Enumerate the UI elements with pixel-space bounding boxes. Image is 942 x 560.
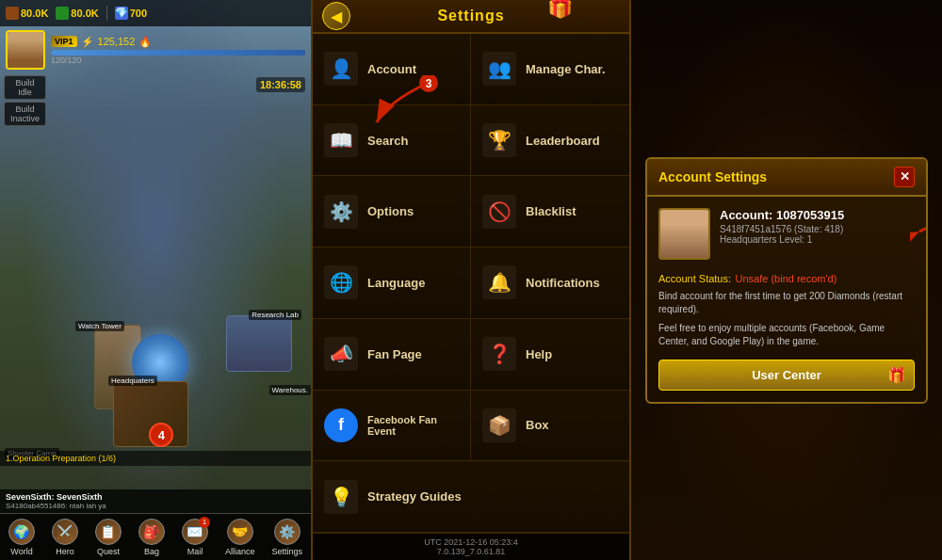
build-idle-btn[interactable]: BuildIdle — [4, 75, 46, 100]
settings-icon: ⚙️ — [274, 519, 300, 545]
quest-bar: 1.Operation Preparation (1/6) — [0, 451, 311, 466]
settings-help[interactable]: ❓ Help — [471, 319, 629, 391]
diamond-amount: 700 — [130, 8, 147, 19]
account-number-label: Account: — [720, 208, 776, 222]
hq-label: Headquaters — [108, 376, 157, 386]
strategy-label: Strategy Guides — [367, 489, 462, 504]
footer-version: 7.0.139_7.0.61.81 — [317, 547, 625, 556]
alliance-icon: 🤝 — [227, 519, 253, 545]
account-id: S418f7451a1576 (State: 418) — [720, 224, 915, 234]
nav-quest-label: Quest — [97, 547, 120, 556]
account-panel-header: Account Settings ✕ — [647, 159, 926, 197]
account-number: Account: 1087053915 — [720, 208, 915, 222]
settings-facebook[interactable]: f Facebook FanEvent — [313, 391, 471, 462]
fan-page-label: Fan Page — [367, 347, 422, 361]
settings-leaderboard[interactable]: 🏆 Leaderboard — [471, 105, 629, 177]
settings-options[interactable]: ⚙️ Options — [313, 176, 471, 248]
mail-badge: 1 — [199, 517, 210, 528]
nav-mail[interactable]: ✉️ 1 Mail — [182, 519, 208, 556]
bag-icon: 🎒 — [138, 519, 165, 545]
settings-box[interactable]: 📦 Box — [471, 391, 629, 462]
account-details: Account: 1087053915 S418f7451a1576 (Stat… — [720, 208, 915, 245]
status-value: Unsafe (bind recom'd) — [736, 273, 837, 284]
settings-account[interactable]: 👤 Account — [313, 34, 471, 105]
quest-icon: 📋 — [95, 519, 122, 545]
gift-btn-icon: 🎁 — [887, 366, 906, 384]
world-icon: 🌍 — [8, 519, 35, 545]
wood-amount: 80.0K — [21, 8, 48, 19]
watchtower-label: Watch Tower — [75, 321, 124, 331]
hp-display: 120/120 — [51, 56, 305, 65]
account-status-section: Account Status: Unsafe (bind recom'd) Bi… — [658, 269, 915, 348]
help-icon: ❓ — [482, 337, 516, 371]
account-panel-body: Account: 1087053915 S418f7451a1576 (Stat… — [647, 197, 926, 402]
search-label: Search — [367, 134, 408, 148]
user-center-button[interactable]: User Center 🎁 — [658, 360, 915, 391]
game-view: 80.0K 80.0K 💎 700 VIP1 ⚡ 125,152 🔥 1 — [0, 0, 311, 560]
back-button[interactable]: ◀ — [322, 2, 350, 30]
close-button[interactable]: ✕ — [894, 167, 915, 187]
account-hq: Headquarters Level: 1 — [720, 234, 915, 245]
box-label: Box — [526, 418, 549, 432]
options-icon: ⚙️ — [324, 195, 358, 229]
facebook-label: Facebook FanEvent — [367, 414, 437, 437]
food-icon — [56, 7, 69, 20]
settings-search[interactable]: 📖 Search — [313, 105, 471, 177]
nav-hero[interactable]: ⚔️ Hero — [52, 519, 78, 556]
account-info-row: Account: 1087053915 S418f7451a1576 (Stat… — [658, 208, 915, 260]
nav-alliance[interactable]: 🤝 Alliance — [225, 519, 255, 556]
leaderboard-icon: 🏆 — [482, 123, 516, 157]
options-label: Options — [367, 204, 414, 218]
settings-strategy[interactable]: 💡 Strategy Guides — [313, 461, 629, 533]
notifications-label: Notifications — [526, 276, 600, 290]
food-resource: 80.0K — [56, 7, 98, 20]
bottom-nav: 🌍 World ⚔️ Hero 📋 Quest 🎒 Bag ✉️ 1 Mail … — [0, 513, 311, 560]
diamond-resource: 💎 700 — [115, 7, 147, 20]
account-number-value: 1087053915 — [776, 208, 844, 222]
search-icon: 📖 — [324, 123, 358, 157]
warehouse-label: Warehous. — [269, 385, 311, 395]
nav-world[interactable]: 🌍 World — [8, 519, 35, 556]
settings-manage-char[interactable]: 👥 Manage Char. — [471, 34, 629, 105]
gift-icon[interactable]: 🎁 — [547, 0, 573, 20]
nav-bag-label: Bag — [144, 547, 159, 556]
nav-quest[interactable]: 📋 Quest — [95, 519, 122, 556]
account-panel-title: Account Settings — [658, 169, 767, 184]
settings-blacklist[interactable]: 🚫 Blacklist — [471, 176, 629, 248]
language-label: Language — [367, 276, 425, 290]
avatar — [6, 30, 45, 70]
nav-hero-label: Hero — [56, 547, 74, 556]
footer-utc: UTC 2021-12-16 05:23:4 — [317, 537, 625, 547]
settings-language[interactable]: 🌐 Language — [313, 248, 471, 319]
nav-world-label: World — [10, 547, 32, 556]
settings-fan-page[interactable]: 📣 Fan Page — [313, 319, 471, 391]
account-icon: 👤 — [324, 52, 358, 86]
account-avatar — [658, 208, 710, 260]
settings-grid: 👤 Account 👥 Manage Char. 📖 Search 🏆 Lead… — [313, 34, 629, 533]
strategy-icon: 💡 — [324, 480, 358, 514]
timer: 18:36:58 — [256, 77, 305, 92]
nav-alliance-label: Alliance — [225, 547, 255, 556]
research-lab-building — [226, 315, 292, 372]
vip-badge: VIP1 — [51, 36, 77, 47]
language-icon: 🌐 — [324, 265, 358, 299]
player-status-name: SevenSixth: SevenSixth — [6, 492, 305, 502]
account-settings-panel: Account Settings ✕ Account: 1087053915 S… — [645, 157, 928, 404]
box-icon: 📦 — [482, 408, 516, 442]
settings-notifications[interactable]: 🔔 Notifications — [471, 248, 629, 319]
nav-bag[interactable]: 🎒 Bag — [138, 519, 165, 556]
nav-mail-label: Mail — [187, 547, 203, 556]
bind-description: Bind account for the first time to get 2… — [658, 290, 915, 316]
mail-icon: ✉️ 1 — [182, 519, 208, 545]
hero-icon: ⚔️ — [52, 519, 78, 545]
build-inactive-btn[interactable]: BuildInactive — [4, 102, 46, 126]
settings-footer: UTC 2021-12-16 05:23:4 7.0.139_7.0.61.81 — [313, 533, 629, 560]
research-label: Research Lab — [249, 310, 301, 320]
manage-char-icon: 👥 — [482, 52, 516, 86]
fan-page-icon: 📣 — [324, 337, 358, 371]
nav-more[interactable]: ⚙️ Settings — [271, 519, 302, 556]
settings-title: Settings — [437, 8, 504, 24]
fire-icon: 🔥 — [138, 36, 152, 48]
food-amount: 80.0K — [71, 8, 98, 19]
manage-char-label: Manage Char. — [526, 62, 606, 76]
